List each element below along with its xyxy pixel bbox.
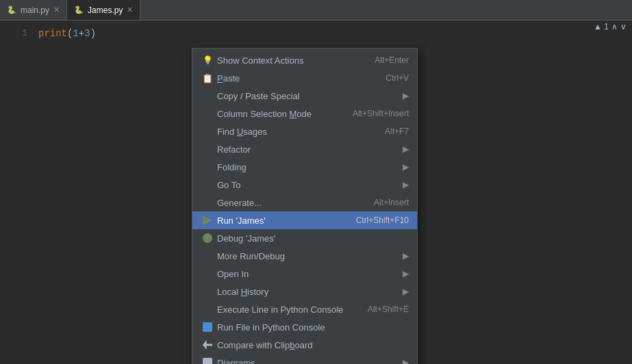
menu-item-generate[interactable]: Generate... Alt+Insert xyxy=(192,194,417,211)
menu-item-debug-james[interactable]: Debug 'James' xyxy=(192,229,417,247)
menu-item-local-history[interactable]: Local History ▶ xyxy=(192,283,417,300)
tab-icon-main: 🐍 xyxy=(7,5,16,14)
menu-label-folding: Folding xyxy=(217,162,400,172)
editor-line-1: 1 print(1+3) xyxy=(0,26,632,41)
menu-label-local-history: Local History xyxy=(217,287,400,297)
menu-label-compare-clipboard: Compare with Clipboard xyxy=(217,340,409,350)
menu-label-diagrams: Diagrams xyxy=(217,358,400,365)
arrow-icon-more-run-debug: ▶ xyxy=(403,251,409,261)
menu-label-more-run-debug: More Run/Debug xyxy=(217,251,400,261)
menu-item-show-context-actions[interactable]: 💡 Show Context Actions Alt+Enter xyxy=(192,51,417,69)
menu-item-execute-line[interactable]: Execute Line in Python Console Alt+Shift… xyxy=(192,300,417,318)
warning-indicator: ▲ 1 xyxy=(594,22,609,31)
menu-item-open-in[interactable]: Open In ▶ xyxy=(192,265,417,283)
menu-label-refactor: Refactor xyxy=(217,144,400,155)
arrow-icon-copy-paste: ▶ xyxy=(403,91,409,101)
arrow-icon-folding: ▶ xyxy=(403,162,409,172)
menu-shortcut-execute-line: Alt+Shift+E xyxy=(368,304,409,314)
menu-shortcut-generate: Alt+Insert xyxy=(374,198,409,207)
arrow-icon-open-in: ▶ xyxy=(403,269,409,278)
menu-item-diagrams[interactable]: Diagrams ▶ xyxy=(192,354,417,364)
paste-icon: 📋 xyxy=(201,73,214,83)
run-icon xyxy=(201,216,214,225)
tab-close-main[interactable]: ✕ xyxy=(53,5,60,14)
code-print: print(1+3) xyxy=(38,28,96,39)
tab-icon-james: 🐍 xyxy=(74,5,84,14)
menu-item-refactor[interactable]: Refactor ▶ xyxy=(192,140,417,158)
menu-shortcut-find-usages: Alt+F7 xyxy=(385,127,409,136)
menu-item-find-usages[interactable]: Find Usages Alt+F7 xyxy=(192,122,417,140)
menu-shortcut-show-context-actions: Alt+Enter xyxy=(375,55,409,65)
debug-icon xyxy=(201,233,214,243)
menu-label-generate: Generate... xyxy=(217,198,374,208)
arrow-icon-local-history: ▶ xyxy=(403,287,409,296)
tab-bar: 🐍 main.py ✕ 🐍 James.py ✕ xyxy=(0,0,632,21)
menu-shortcut-run-james: Ctrl+Shift+F10 xyxy=(356,216,409,225)
menu-item-compare-clipboard[interactable]: Compare with Clipboard xyxy=(192,336,417,354)
menu-item-folding[interactable]: Folding ▶ xyxy=(192,158,417,176)
tab-label-james: James.py xyxy=(88,5,123,15)
python-icon xyxy=(201,322,214,332)
context-menu: 💡 Show Context Actions Alt+Enter 📋 Paste… xyxy=(192,48,418,364)
tab-james-py[interactable]: 🐍 James.py ✕ xyxy=(67,0,140,20)
menu-label-execute-line: Execute Line in Python Console xyxy=(217,304,368,315)
nav-arrows-down[interactable]: ∨ xyxy=(620,22,627,31)
menu-shortcut-paste: Ctrl+V xyxy=(385,73,409,83)
tab-main-py[interactable]: 🐍 main.py ✕ xyxy=(0,0,67,20)
diagrams-icon xyxy=(201,358,214,364)
bulb-icon: 💡 xyxy=(201,55,214,65)
menu-item-paste[interactable]: 📋 Paste Ctrl+V xyxy=(192,69,417,87)
menu-item-run-james[interactable]: Run 'James' Ctrl+Shift+F10 xyxy=(192,211,417,229)
menu-label-column-selection: Column Selection Mode xyxy=(217,109,353,119)
menu-label-open-in: Open In xyxy=(217,269,400,279)
top-right-info: ▲ 1 ∧ ∨ xyxy=(594,22,627,31)
arrow-icon-diagrams: ▶ xyxy=(403,358,409,364)
menu-label-show-context-actions: Show Context Actions xyxy=(217,55,375,66)
tab-label-main: main.py xyxy=(21,5,49,15)
editor-area: 1 print(1+3) xyxy=(0,21,632,47)
menu-item-copy-paste-special[interactable]: Copy / Paste Special ▶ xyxy=(192,87,417,105)
menu-item-go-to[interactable]: Go To ▶ xyxy=(192,176,417,194)
line-number: 1 xyxy=(7,29,27,38)
menu-item-run-file-python[interactable]: Run File in Python Console xyxy=(192,318,417,336)
nav-arrows[interactable]: ∧ xyxy=(611,22,618,31)
arrow-icon-refactor: ▶ xyxy=(403,144,409,154)
menu-label-copy-paste-special: Copy / Paste Special xyxy=(217,91,400,101)
menu-item-more-run-debug[interactable]: More Run/Debug ▶ xyxy=(192,247,417,265)
menu-label-go-to: Go To xyxy=(217,180,400,190)
menu-shortcut-column-selection: Alt+Shift+Insert xyxy=(353,109,409,118)
menu-label-find-usages: Find Usages xyxy=(217,127,385,137)
menu-item-column-selection[interactable]: Column Selection Mode Alt+Shift+Insert xyxy=(192,105,417,122)
menu-label-run-james: Run 'James' xyxy=(217,216,356,226)
menu-label-paste: Paste xyxy=(217,73,385,83)
tab-close-james[interactable]: ✕ xyxy=(127,5,133,14)
menu-label-debug-james: Debug 'James' xyxy=(217,233,409,244)
compare-icon xyxy=(201,340,214,350)
menu-label-run-file-python: Run File in Python Console xyxy=(217,322,409,333)
arrow-icon-go-to: ▶ xyxy=(403,180,409,190)
